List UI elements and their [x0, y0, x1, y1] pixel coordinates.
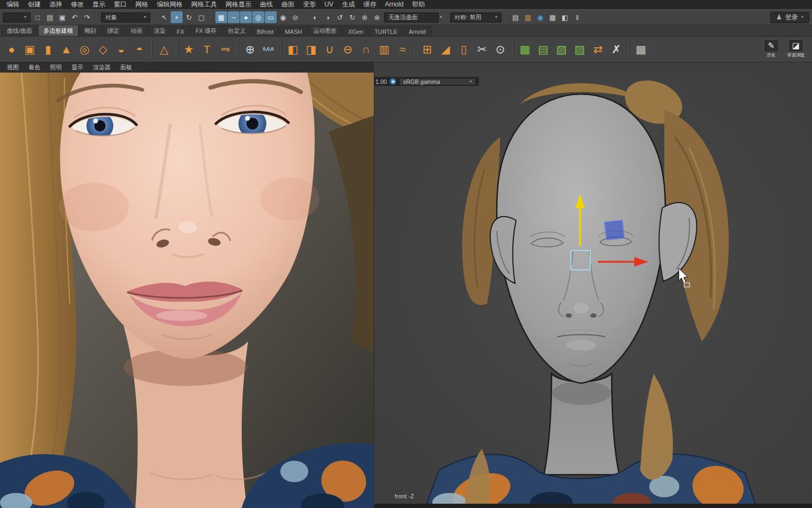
- lock-icon[interactable]: ⊘: [289, 11, 301, 23]
- shelf-tab[interactable]: 曲线/曲面: [2, 25, 38, 36]
- menu-item[interactable]: 网格显示: [221, 0, 256, 9]
- reflection-icon[interactable]: ◑: [322, 11, 334, 23]
- gamma-icon[interactable]: ◉: [389, 78, 396, 85]
- shelf-tab[interactable]: 雕刻: [79, 25, 102, 36]
- shelf-tab[interactable]: 渲染: [148, 25, 171, 36]
- rotate-tool-icon[interactable]: ↻: [183, 11, 195, 23]
- menu-item[interactable]: 选择: [45, 0, 67, 9]
- poly-cone-icon[interactable]: ▲: [57, 39, 75, 60]
- grid-display-icon[interactable]: ▦: [632, 39, 650, 60]
- bevel-icon[interactable]: ◢: [437, 39, 454, 60]
- soft-select-icon[interactable]: ◐: [309, 11, 321, 23]
- show-manipulator-icon[interactable]: ⊕: [241, 39, 259, 60]
- backface-culling-icon[interactable]: ◪ 背面消隐: [785, 40, 807, 58]
- panel-menu-item[interactable]: 渲染器: [88, 63, 115, 71]
- poly-super-shape-icon[interactable]: ★: [180, 39, 198, 60]
- panel-menu-item[interactable]: 着色: [24, 63, 45, 71]
- mirror-icon[interactable]: ⇄: [589, 39, 607, 60]
- pause-viewport-icon[interactable]: ‖: [571, 11, 583, 23]
- menu-item[interactable]: 缓存: [359, 0, 381, 9]
- scale-tool-icon[interactable]: ▢: [195, 11, 207, 23]
- boolean-intersection-icon[interactable]: ∩: [357, 39, 375, 60]
- render-current-frame-icon[interactable]: ▥: [522, 11, 534, 23]
- menu-item[interactable]: 显示: [88, 0, 110, 9]
- redo-icon[interactable]: ↷: [81, 11, 93, 23]
- menu-item[interactable]: UV: [320, 0, 338, 9]
- smooth-icon[interactable]: ≈: [394, 39, 411, 60]
- panel-menu-item[interactable]: 显示: [67, 63, 88, 71]
- undo-icon[interactable]: ↶: [69, 11, 81, 23]
- shelf-tab[interactable]: Arnold: [403, 26, 431, 36]
- shelf-tab[interactable]: 动画: [125, 25, 148, 36]
- menu-item[interactable]: 曲线: [256, 0, 277, 9]
- menu-item[interactable]: 变形: [299, 0, 320, 9]
- active-surface-field[interactable]: 无激活曲面: [384, 12, 439, 23]
- shelf-tab[interactable]: 绑定: [102, 25, 125, 36]
- panel-menu-item[interactable]: 视图: [2, 63, 24, 71]
- quad-draw-relax-icon[interactable]: ▤: [534, 39, 552, 60]
- input-operations-icon[interactable]: ↺: [334, 11, 346, 23]
- menu-item[interactable]: 帮助: [408, 0, 429, 9]
- save-scene-icon[interactable]: ▣: [56, 11, 68, 23]
- render-settings-icon[interactable]: ▦: [547, 11, 559, 23]
- snap-to-origin-icon[interactable]: 0,0,0: [259, 39, 277, 60]
- poly-platonic-icon[interactable]: △: [155, 39, 173, 60]
- menu-item[interactable]: 编辑: [2, 0, 24, 9]
- selection-mask-dropdown[interactable]: 对象 ▾: [101, 12, 150, 23]
- reference-render-panel[interactable]: [0, 73, 374, 508]
- viewport-panel[interactable]: 1.00 ◉ sRGB gamma ▾: [374, 73, 812, 508]
- poly-sphere-icon[interactable]: ●: [3, 39, 20, 60]
- make-live-icon[interactable]: ◉: [277, 11, 289, 23]
- menu-item[interactable]: 曲面: [277, 0, 299, 9]
- fill-hole-icon[interactable]: ▥: [375, 39, 393, 60]
- menu-set-selector[interactable]: ▾: [3, 12, 31, 23]
- cut-icon[interactable]: ✗: [607, 39, 625, 60]
- shelf-tab[interactable]: MASH: [279, 26, 307, 36]
- target-weld-icon[interactable]: ⊙: [491, 39, 509, 60]
- snap-projected-center-icon[interactable]: ◎: [252, 11, 264, 23]
- selected-face-highlight[interactable]: [604, 220, 624, 240]
- boolean-union-icon[interactable]: ∪: [321, 39, 338, 60]
- render-view-icon[interactable]: ▤: [510, 11, 521, 23]
- snap-curve-icon[interactable]: ~: [228, 11, 240, 23]
- menu-item[interactable]: Arnold: [381, 0, 408, 9]
- chevron-down-icon[interactable]: ▾: [440, 15, 442, 19]
- menu-item[interactable]: 编辑网格: [153, 0, 187, 9]
- select-tool-icon[interactable]: ↖: [158, 11, 170, 23]
- light-editor-icon[interactable]: ◧: [559, 11, 571, 23]
- poly-plane-icon[interactable]: ◇: [94, 39, 112, 60]
- quad-draw-icon[interactable]: ▦: [516, 39, 534, 60]
- snap-view-plane-icon[interactable]: ▭: [265, 11, 277, 23]
- menu-item[interactable]: 网格: [131, 0, 153, 9]
- poly-type-icon[interactable]: T: [198, 39, 216, 60]
- ipr-render-icon[interactable]: ◉: [534, 11, 546, 23]
- history-toggle-icon[interactable]: ✎ 历史: [760, 40, 782, 58]
- poly-disc-icon[interactable]: ◒: [112, 39, 130, 60]
- menu-item[interactable]: 修改: [67, 0, 88, 9]
- new-scene-icon[interactable]: □: [32, 11, 44, 23]
- shelf-tab[interactable]: FX 缓存: [190, 25, 222, 36]
- poly-cube-icon[interactable]: ▣: [21, 39, 39, 60]
- evaluate-nodes-icon[interactable]: ⊕: [359, 11, 371, 23]
- color-space-dropdown[interactable]: sRGB gamma ▾: [399, 78, 475, 85]
- sculpt-tool-icon[interactable]: ▧: [553, 39, 570, 60]
- panel-menu-item[interactable]: 照明: [45, 63, 67, 71]
- poly-torus-icon[interactable]: ◎: [76, 39, 93, 60]
- snap-grid-icon[interactable]: ▦: [215, 11, 227, 23]
- multi-cut-icon[interactable]: ✂: [473, 39, 491, 60]
- shelf-tab[interactable]: FX: [171, 26, 190, 36]
- poly-cylinder-icon[interactable]: ▮: [39, 39, 57, 60]
- combine-icon[interactable]: ◧: [284, 39, 302, 60]
- shelf-tab[interactable]: 运动图形: [308, 25, 342, 36]
- menu-item[interactable]: 网格工具: [187, 0, 221, 9]
- bridge-icon[interactable]: ▯: [455, 39, 473, 60]
- poly-pipe-icon[interactable]: ◓: [130, 39, 148, 60]
- menu-item[interactable]: 窗口: [110, 0, 131, 9]
- shelf-tab[interactable]: XGen: [343, 26, 368, 36]
- panel-menu-item[interactable]: 面板: [115, 63, 137, 71]
- menu-item[interactable]: 生成: [338, 0, 359, 9]
- cached-playback-icon[interactable]: ⊗: [371, 11, 383, 23]
- shelf-tab[interactable]: 多边形建模: [38, 25, 78, 36]
- separate-icon[interactable]: ◨: [302, 39, 320, 60]
- open-scene-icon[interactable]: ▤: [44, 11, 56, 23]
